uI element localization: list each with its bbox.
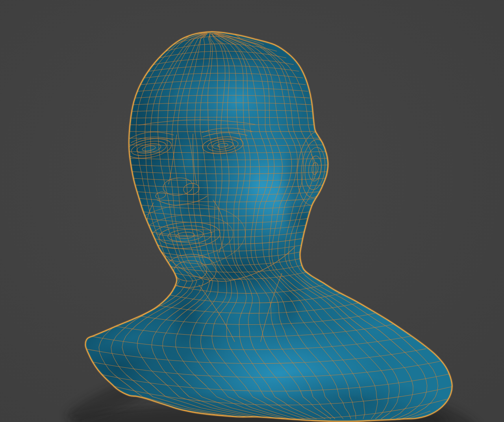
screenshot-root: 3D modeling viewport showing a human hea… bbox=[0, 0, 504, 422]
viewport-3d[interactable]: 3D modeling viewport showing a human hea… bbox=[0, 0, 504, 422]
shading-ear-front bbox=[278, 140, 311, 230]
